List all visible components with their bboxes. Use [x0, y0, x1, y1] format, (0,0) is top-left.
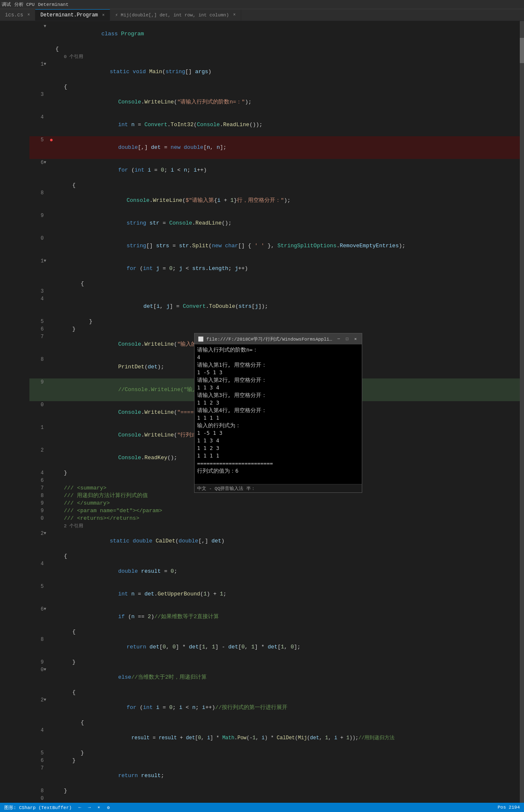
code-row: {	[29, 628, 520, 636]
console-line: 行列式的值为：6	[197, 467, 359, 475]
code-row: 8 return det[0, 0] * det[1, 1] - det[0, …	[29, 636, 520, 659]
console-line: 请输入行列式的阶数n=：	[197, 346, 359, 354]
status-icon-left[interactable]: ←	[79, 805, 82, 810]
top-bar: 调试 分析 CPU Determinant	[0, 0, 524, 9]
code-row: 0 /// <returns></returns>	[29, 515, 520, 522]
code-row: 4 double result = 0;	[29, 560, 520, 583]
code-row: 8 Console.WriteLine($"请输入第{i + 1}行，用空格分开…	[29, 189, 520, 212]
console-line: 1 1 1 1	[197, 414, 359, 422]
status-icon-settings[interactable]: ⚙	[107, 805, 110, 810]
code-row: 7 return result;	[29, 764, 520, 787]
console-line: 4	[197, 354, 359, 361]
fold-column	[20, 21, 26, 803]
code-row: 1 ▼ for (int j = 0; j < strs.Length; j++…	[29, 257, 520, 280]
tab-label: ics.cs	[5, 12, 23, 18]
code-row: 4 det[i, j] = Convert.ToDouble(strs[j]);	[29, 295, 520, 318]
code-row: 4 int n = Convert.ToInt32(Console.ReadLi…	[29, 114, 520, 136]
code-row: 6 ▼ for (int i = 0; i < n; i++)	[29, 159, 520, 182]
tabs-row: ics.cs × Determinant.Program × ⚡ Mij(dou…	[0, 9, 524, 21]
console-line: 1 -5 1 3	[197, 369, 359, 376]
line-numbers	[7, 21, 20, 803]
console-line: 请输入第2行, 用空格分开：	[197, 376, 359, 384]
code-row: ▼ class Program	[29, 23, 520, 45]
code-row: {	[29, 280, 520, 288]
code-row: {	[29, 553, 520, 560]
console-line: 1 1 3 4	[197, 384, 359, 391]
status-icon-sun[interactable]: ☀	[97, 805, 100, 810]
code-row: {	[29, 45, 520, 53]
status-position: Pos 2194	[498, 805, 520, 810]
code-row: 6 ▼ if (n == 2)//如果维数等于2直接计算	[29, 606, 520, 628]
vertical-scrollbar[interactable]	[520, 21, 524, 803]
code-row: 2 ▼ for (int i = 0; i < n; i++)//按行列式的第一…	[29, 696, 520, 719]
console-line: ========================	[197, 460, 359, 467]
console-line: 1 1 1 1	[197, 452, 359, 460]
code-row-refcount: 0 个引用	[29, 53, 520, 61]
status-right: Pos 2194	[498, 805, 520, 810]
code-row: {	[29, 719, 520, 727]
tab-label: Determinant.Program	[40, 12, 98, 18]
console-line: 1 1 3 4	[197, 437, 359, 444]
code-row: 4 result = result + det[0, i] * Math.Pow…	[29, 727, 520, 749]
console-line: 1 -5 1 3	[197, 429, 359, 437]
console-maximize-button[interactable]: □	[344, 336, 350, 342]
code-row-refcount: 2 个引用	[29, 522, 520, 530]
status-language: 图形: CSharp (TextBuffer)	[4, 804, 72, 811]
fold-btn[interactable]: ▼	[44, 23, 50, 45]
tab-close[interactable]: ×	[102, 13, 105, 18]
code-row: {	[29, 83, 520, 91]
indicator	[50, 23, 55, 45]
console-line: 输入的行列式为：	[197, 422, 359, 429]
code-cell[interactable]: class Program	[55, 23, 520, 45]
code-row: 5 }	[29, 749, 520, 757]
code-row: 0 string[] strs = str.Split(new char[] {…	[29, 235, 520, 257]
console-window: ⬜ file:///F:/2018C#学习/行列式/WindowsFormsAp…	[194, 333, 362, 493]
code-row: 8 }	[29, 787, 520, 795]
code-row: 0	[29, 795, 520, 802]
console-output: 请输入行列式的阶数n=： 4 请输入第1行, 用空格分开： 1 -5 1 3 请…	[195, 344, 362, 484]
console-icon: ⬜	[198, 336, 204, 342]
console-line: 1 1 2 3	[197, 399, 359, 407]
menu-debug[interactable]: 调试	[2, 1, 11, 8]
tab-close[interactable]: ×	[233, 13, 236, 17]
code-row: 3	[29, 288, 520, 295]
code-row: {	[29, 689, 520, 696]
tab-determinant[interactable]: Determinant.Program ×	[35, 9, 110, 21]
code-row: 3 Console.WriteLine("请输入行列式的阶数n=：");	[29, 91, 520, 114]
breakpoints-column	[0, 21, 7, 803]
code-row: 0 ▼ else//当维数大于2时，用递归计算	[29, 666, 520, 689]
code-row: 9 /// </summary>	[29, 500, 520, 507]
code-row: 2 ▼ static double CalDet(double[,] det)	[29, 530, 520, 553]
code-row: 6 }	[29, 325, 520, 333]
code-row: 9 /// <param name="det"></param>	[29, 507, 520, 515]
console-ime-status: 中文 - QQ拼音输入法 半：	[197, 485, 255, 492]
console-titlebar: ⬜ file:///F:/2018C#学习/行列式/WindowsFormsAp…	[195, 333, 362, 344]
status-bar: 图形: CSharp (TextBuffer) ← → ☀ ⚙ Pos 2194	[0, 803, 524, 812]
code-row: {	[29, 182, 520, 189]
code-row: 8 /// 用递归的方法计算行列式的值	[29, 492, 520, 500]
console-minimize-button[interactable]: ─	[336, 336, 342, 342]
console-line: 请输入第3行, 用空格分开：	[197, 391, 359, 399]
code-row: 9 }	[29, 659, 520, 666]
code-row-bp: 5 ● double[,] det = new double[n, n];	[29, 136, 520, 159]
scrollbar-thumb-v[interactable]	[520, 38, 524, 63]
code-row: 9 string str = Console.ReadLine();	[29, 212, 520, 235]
code-row: 5 }	[29, 318, 520, 325]
console-line: 请输入第1行, 用空格分开：	[197, 361, 359, 369]
console-title: file:///F:/2018C#学习/行列式/WindowsFormsAppl…	[206, 336, 333, 342]
menu-analyze[interactable]: 分析 CPU	[14, 1, 34, 8]
tab-mij[interactable]: ⚡ Mij(double[,] det, int row, int column…	[110, 9, 241, 21]
console-close-button[interactable]: ✕	[353, 336, 358, 342]
console-footer: 中文 - QQ拼音输入法 半：	[195, 484, 362, 492]
code-row: 5 int n = det.GetUpperBound(1) + 1;	[29, 583, 520, 606]
menu-determinant[interactable]: Determinant	[38, 2, 68, 7]
tab-ics[interactable]: ics.cs ×	[0, 9, 35, 21]
console-line: 请输入第4行, 用空格分开：	[197, 407, 359, 414]
status-icon-right[interactable]: →	[88, 805, 91, 810]
console-line: 1 1 2 3	[197, 444, 359, 452]
code-row: 6 }	[29, 757, 520, 764]
tab-close[interactable]: ×	[27, 13, 30, 17]
editor-area: ▼ class Program {	[0, 21, 524, 803]
code-row: 1 ▼ static void Main(string[] args)	[29, 61, 520, 83]
line-num	[29, 23, 44, 45]
